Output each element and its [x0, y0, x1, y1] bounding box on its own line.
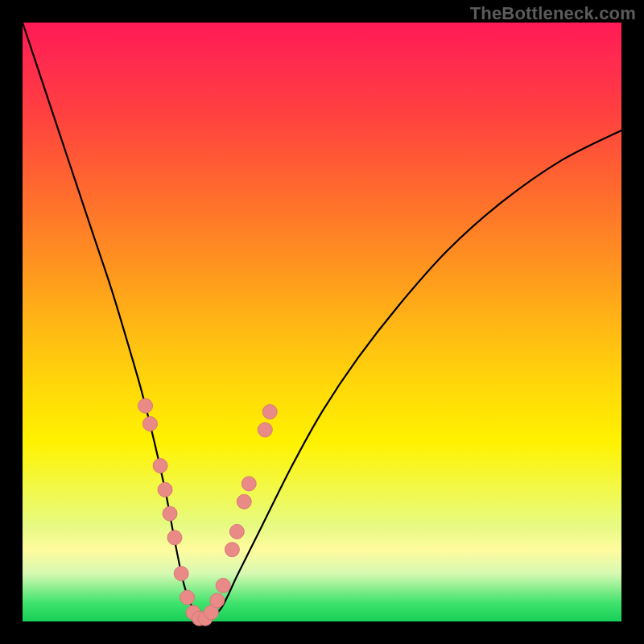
plot-area: [23, 23, 621, 621]
curve-marker: [158, 482, 172, 497]
curve-markers: [138, 398, 278, 625]
curve-marker: [258, 423, 272, 437]
chart-frame: TheBottleneck.com: [0, 0, 644, 644]
curve-layer: [23, 23, 621, 621]
curve-marker: [167, 530, 182, 545]
curve-marker: [180, 590, 195, 605]
bottleneck-curve: [23, 23, 621, 621]
curve-marker: [153, 459, 167, 473]
curve-marker: [242, 477, 256, 491]
curve-marker: [237, 494, 251, 509]
curve-marker: [216, 578, 230, 592]
curve-marker: [262, 405, 277, 419]
curve-marker: [163, 506, 177, 521]
curve-marker: [225, 543, 239, 557]
curve-marker: [229, 524, 244, 539]
curve-marker: [210, 593, 225, 608]
watermark-text: TheBottleneck.com: [470, 3, 636, 24]
curve-marker: [138, 398, 153, 413]
curve-marker: [142, 416, 157, 431]
curve-marker: [174, 566, 188, 580]
